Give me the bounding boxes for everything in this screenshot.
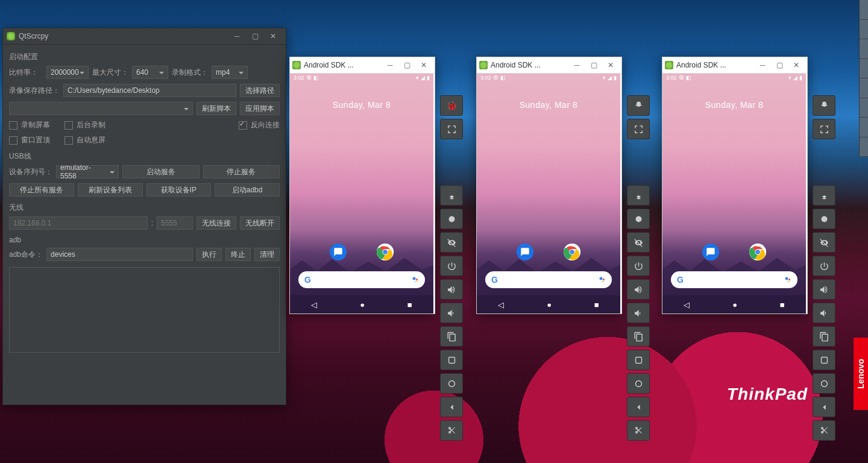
close-button[interactable]: ✕ [415,59,432,71]
fullscreen-icon[interactable] [440,119,463,139]
back-button[interactable]: ◁ [311,300,317,309]
desktop-side-toolbar[interactable] [859,0,868,157]
pin-icon[interactable] [627,95,650,116]
phone-titlebar[interactable]: Android SDK ... ─ ▢ ✕ [290,57,435,74]
maximize-button[interactable]: ▢ [585,59,602,71]
messages-app-icon[interactable] [702,244,719,260]
wireless-disconnect-button[interactable]: 无线断开 [240,216,280,230]
execute-button[interactable]: 执行 [197,248,222,261]
back-nav-icon[interactable] [440,397,463,417]
volume-down-icon[interactable] [627,303,650,323]
google-search-bar[interactable]: G [671,271,797,288]
back-button[interactable]: ◁ [498,300,504,309]
visibility-off-icon[interactable] [440,232,463,253]
clear-button[interactable]: 清理 [254,248,280,261]
close-button[interactable]: ✕ [788,59,805,71]
home-nav-icon[interactable] [627,373,650,394]
ip-field[interactable]: 192.168.0.1 [9,216,148,230]
cut-icon[interactable] [440,420,463,441]
copy-icon[interactable] [627,326,650,347]
app-switch-icon[interactable] [440,350,463,370]
phone-screen[interactable]: 3:02 ⦿ ◧ ▾ ◢ ▮ Sunday, Mar 8 [662,74,806,313]
close-button[interactable]: ✕ [602,59,619,71]
messages-app-icon[interactable] [330,244,347,260]
phone-titlebar[interactable]: Android SDK ... ─ ▢ ✕ [662,57,807,74]
pin-icon[interactable] [813,95,835,116]
chrome-app-icon[interactable] [564,244,580,260]
start-service-button[interactable]: 启动服务 [122,165,200,178]
record-screen-checkbox[interactable]: 录制屏幕 [9,120,50,130]
bg-record-checkbox[interactable]: 后台录制 [64,120,105,130]
phone-screen[interactable]: 3:02 ⦿ ◧ ▾ ◢ ▮ Sunday, Mar 8 [477,74,620,313]
back-button[interactable]: ◁ [684,300,690,309]
apply-script-button[interactable]: 应用脚本 [240,102,280,115]
bitrate-combo[interactable]: 2000000 [46,66,89,79]
power-icon[interactable] [627,256,650,276]
google-search-bar[interactable]: G [298,271,425,288]
messages-app-icon[interactable] [517,244,533,260]
maxsize-combo[interactable]: 640 [132,66,168,79]
start-adbd-button[interactable]: 启动adbd [215,183,280,197]
chrome-app-icon[interactable] [749,244,766,260]
power-icon[interactable] [813,256,835,276]
fullscreen-icon[interactable] [627,119,650,139]
power-icon[interactable] [440,256,463,276]
home-nav-icon[interactable] [440,373,463,394]
minimize-button[interactable]: ─ [754,59,771,71]
volume-down-icon[interactable] [813,303,835,323]
terminate-button[interactable]: 终止 [225,248,251,261]
back-nav-icon[interactable] [627,397,650,417]
qtscrcpy-titlebar[interactable]: QtScrcpy ─ ▢ ✕ [3,28,286,45]
visibility-off-icon[interactable] [627,232,650,253]
google-search-bar[interactable]: G [485,271,612,288]
back-nav-icon[interactable] [813,397,835,417]
volume-up-icon[interactable] [440,279,463,300]
chrome-app-icon[interactable] [377,244,394,260]
expand-icon[interactable] [813,185,835,206]
wireless-connect-button[interactable]: 无线连接 [197,216,236,230]
expand-icon[interactable] [627,185,650,206]
expand-icon[interactable] [440,185,463,206]
minimize-button[interactable]: ─ [228,28,246,44]
copy-icon[interactable] [440,326,463,347]
maximize-button[interactable]: ▢ [246,28,264,44]
visibility-off-icon[interactable] [813,232,835,253]
recpath-field[interactable]: C:/Users/bytedance/Desktop [63,84,236,97]
app-switch-icon[interactable] [813,350,835,370]
minimize-button[interactable]: ─ [382,59,398,71]
volume-down-icon[interactable] [440,303,463,323]
home-button[interactable]: ● [360,300,365,309]
stop-service-button[interactable]: 停止服务 [203,165,280,178]
volume-up-icon[interactable] [813,279,835,300]
record-icon[interactable] [627,209,650,229]
copy-icon[interactable] [813,326,835,347]
recent-button[interactable]: ■ [780,300,785,309]
topmost-checkbox[interactable]: 窗口置顶 [9,135,50,145]
reverse-conn-checkbox[interactable]: 反向连接 [239,120,280,130]
pin-icon[interactable]: 🐞 [440,95,463,116]
log-output[interactable] [9,267,280,353]
serial-combo[interactable]: emulator-5558 [56,165,119,178]
script-combo[interactable] [9,102,193,115]
minimize-button[interactable]: ─ [568,59,585,71]
home-button[interactable]: ● [732,300,737,309]
cut-icon[interactable] [627,420,650,441]
recfmt-combo[interactable]: mp4 [212,66,248,79]
refresh-script-button[interactable]: 刷新脚本 [197,102,236,115]
adb-cmd-field[interactable]: devices [46,248,193,261]
record-icon[interactable] [440,209,463,229]
close-button[interactable]: ✕ [264,28,282,44]
recent-button[interactable]: ■ [407,300,412,309]
recent-button[interactable]: ■ [594,300,599,309]
home-button[interactable]: ● [547,300,552,309]
stop-all-button[interactable]: 停止所有服务 [9,183,74,197]
app-switch-icon[interactable] [627,350,650,370]
auto-off-checkbox[interactable]: 自动息屏 [64,135,105,145]
phone-screen[interactable]: 3:02 ⦿ ◧ ▾ ◢ ▮ Sunday, Mar 8 [290,74,433,313]
volume-up-icon[interactable] [627,279,650,300]
fullscreen-icon[interactable] [813,119,835,139]
refresh-devices-button[interactable]: 刷新设备列表 [78,183,143,197]
home-nav-icon[interactable] [813,373,835,394]
port-field[interactable]: 5555 [157,216,193,230]
record-icon[interactable] [813,209,835,229]
